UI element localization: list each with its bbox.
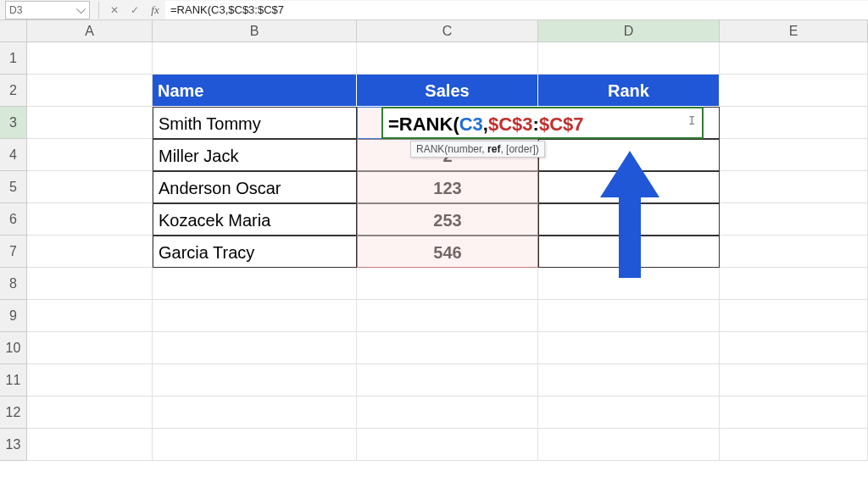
col-header-b[interactable]: B (153, 20, 357, 42)
table-cell-name[interactable]: Smith Tommy (153, 107, 357, 139)
table-cell-name[interactable]: Kozacek Maria (153, 203, 357, 236)
cell[interactable] (27, 300, 153, 332)
formula-input[interactable]: =RANK(C3,$C$3:$C$7 (165, 1, 868, 19)
cells-area[interactable]: Name Sales Rank Smith Tommy Miller Jack … (27, 42, 868, 488)
cell[interactable] (720, 332, 868, 364)
cell[interactable] (720, 75, 868, 107)
row-header-7[interactable]: 7 (0, 236, 26, 268)
cell[interactable] (538, 396, 720, 429)
cell[interactable] (27, 429, 153, 461)
editing-cell-d3[interactable]: =RANK(C3,$C$3:$C$7 (381, 107, 704, 139)
row-header-4[interactable]: 4 (0, 139, 26, 171)
cell[interactable] (153, 268, 357, 300)
cell[interactable] (27, 396, 153, 429)
table-cell-name[interactable]: Garcia Tracy (153, 236, 357, 268)
cell[interactable] (357, 396, 538, 429)
cell[interactable] (27, 268, 153, 300)
cell[interactable] (27, 107, 153, 139)
cell[interactable] (538, 42, 720, 75)
cell[interactable] (357, 364, 538, 396)
row-header-1[interactable]: 1 (0, 42, 26, 75)
formula-arg1: C3 (459, 114, 483, 135)
row-header-12[interactable]: 12 (0, 396, 26, 429)
table-cell-sales[interactable]: 546 (357, 236, 538, 268)
name-box[interactable]: D3 (5, 1, 90, 19)
formula-prefix: =RANK( (388, 114, 459, 135)
cell[interactable] (27, 171, 153, 203)
cell[interactable] (720, 42, 868, 75)
cell[interactable] (720, 203, 868, 236)
formula-abs1: $C$3 (488, 114, 533, 135)
formula-bar: D3 ✕ ✓ fx =RANK(C3,$C$3:$C$7 (0, 0, 868, 20)
cell[interactable] (720, 171, 868, 203)
table-cell-sales[interactable]: 253 (357, 203, 538, 236)
cell[interactable] (153, 396, 357, 429)
cell[interactable] (27, 203, 153, 236)
header-sales[interactable]: Sales (357, 75, 538, 107)
cancel-icon[interactable]: ✕ (108, 4, 121, 16)
cell[interactable] (27, 75, 153, 107)
cell[interactable] (357, 300, 538, 332)
cell[interactable] (357, 42, 538, 75)
formula-abs2: $C$7 (539, 114, 584, 135)
confirm-icon[interactable]: ✓ (128, 4, 142, 16)
cell[interactable] (27, 364, 153, 396)
row-header-3[interactable]: 3 (0, 107, 26, 139)
table-cell-name[interactable]: Miller Jack (153, 139, 357, 171)
cell[interactable] (538, 300, 720, 332)
row-header-8[interactable]: 8 (0, 268, 26, 300)
row-header-2[interactable]: 2 (0, 75, 26, 107)
cell[interactable] (27, 42, 153, 75)
row-header-9[interactable]: 9 (0, 300, 26, 332)
cell[interactable] (27, 236, 153, 268)
col-header-e[interactable]: E (720, 20, 868, 42)
cell[interactable] (720, 396, 868, 429)
cell[interactable] (538, 268, 720, 300)
cell[interactable] (357, 332, 538, 364)
table-cell-rank[interactable] (538, 236, 720, 268)
cell[interactable] (720, 236, 868, 268)
cell[interactable] (153, 364, 357, 396)
row-header-11[interactable]: 11 (0, 364, 26, 396)
cell[interactable] (357, 268, 538, 300)
cell[interactable] (153, 332, 357, 364)
header-rank[interactable]: Rank (538, 75, 720, 107)
header-name[interactable]: Name (153, 75, 357, 107)
cell[interactable] (153, 429, 357, 461)
cell[interactable] (720, 107, 868, 139)
cell[interactable] (538, 429, 720, 461)
table-cell-rank[interactable] (538, 171, 720, 203)
cell[interactable] (27, 332, 153, 364)
cell[interactable] (153, 42, 357, 75)
formula-text: =RANK(C3,$C$3:$C$7 (170, 3, 284, 16)
cell[interactable] (720, 300, 868, 332)
table-cell-rank[interactable] (538, 203, 720, 236)
cell[interactable] (720, 139, 868, 171)
col-header-d[interactable]: D (538, 20, 720, 42)
table-cell-sales[interactable]: 123 (357, 171, 538, 203)
tooltip-bold: ref (487, 143, 500, 155)
table-cell-name[interactable]: Anderson Oscar (153, 171, 357, 203)
row-header-5[interactable]: 5 (0, 171, 26, 203)
cell[interactable] (720, 268, 868, 300)
fx-icon[interactable]: fx (148, 3, 162, 17)
table-cell-rank[interactable] (538, 139, 720, 171)
col-header-c[interactable]: C (357, 20, 538, 42)
cell[interactable] (357, 429, 538, 461)
cell[interactable] (720, 429, 868, 461)
name-box-value: D3 (9, 4, 22, 16)
row-header-13[interactable]: 13 (0, 429, 26, 461)
row-header-6[interactable]: 6 (0, 203, 26, 236)
row-header-10[interactable]: 10 (0, 332, 26, 364)
chevron-down-icon[interactable] (76, 3, 86, 13)
tooltip-fn: RANK (416, 143, 444, 155)
col-header-a[interactable]: A (27, 20, 153, 42)
text-cursor-icon: I (688, 114, 695, 127)
cell[interactable] (538, 364, 720, 396)
row-headers: 1 2 3 4 5 6 7 8 9 10 11 12 13 (0, 42, 27, 461)
cell[interactable] (153, 300, 357, 332)
cell[interactable] (538, 332, 720, 364)
cell[interactable] (720, 364, 868, 396)
cell[interactable] (27, 139, 153, 171)
select-all-corner[interactable] (0, 20, 27, 42)
